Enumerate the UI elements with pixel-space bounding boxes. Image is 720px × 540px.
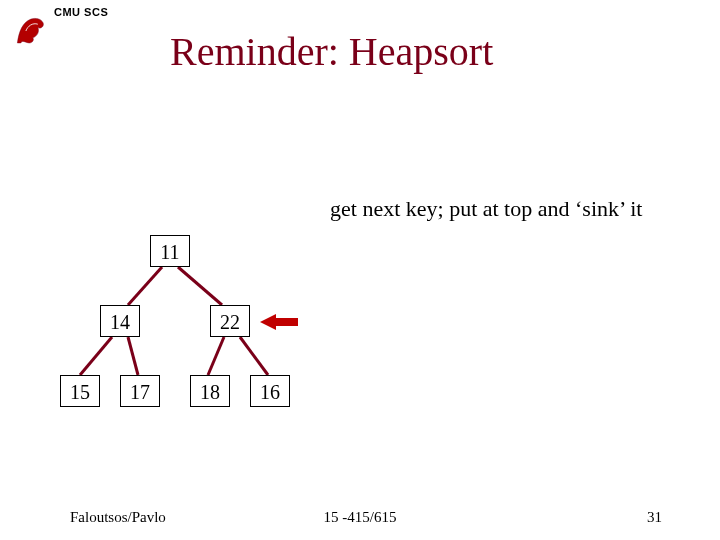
footer-course: 15 -415/615 bbox=[0, 509, 720, 526]
footer-page-number: 31 bbox=[647, 509, 662, 526]
svg-line-0 bbox=[128, 267, 162, 305]
node-rl: 18 bbox=[190, 375, 230, 407]
slide-title: Reminder: Heapsort bbox=[170, 28, 493, 75]
svg-line-5 bbox=[240, 337, 268, 375]
node-right: 22 bbox=[210, 305, 250, 337]
node-rr: 16 bbox=[250, 375, 290, 407]
node-left: 14 bbox=[100, 305, 140, 337]
node-lr: 17 bbox=[120, 375, 160, 407]
heap-tree: 11 14 22 15 17 18 16 bbox=[50, 230, 370, 460]
svg-line-3 bbox=[128, 337, 138, 375]
svg-marker-6 bbox=[260, 314, 298, 330]
svg-line-1 bbox=[178, 267, 222, 305]
arrow-left-icon bbox=[260, 312, 300, 336]
node-ll: 15 bbox=[60, 375, 100, 407]
cmu-scotty-icon bbox=[14, 14, 48, 48]
node-root: 11 bbox=[150, 235, 190, 267]
description-text: get next key; put at top and ‘sink’ it bbox=[330, 196, 642, 222]
svg-line-4 bbox=[208, 337, 224, 375]
svg-line-2 bbox=[80, 337, 112, 375]
org-label: CMU SCS bbox=[54, 6, 108, 18]
tree-edges bbox=[50, 230, 370, 460]
slide: CMU SCS Reminder: Heapsort get next key;… bbox=[0, 0, 720, 540]
